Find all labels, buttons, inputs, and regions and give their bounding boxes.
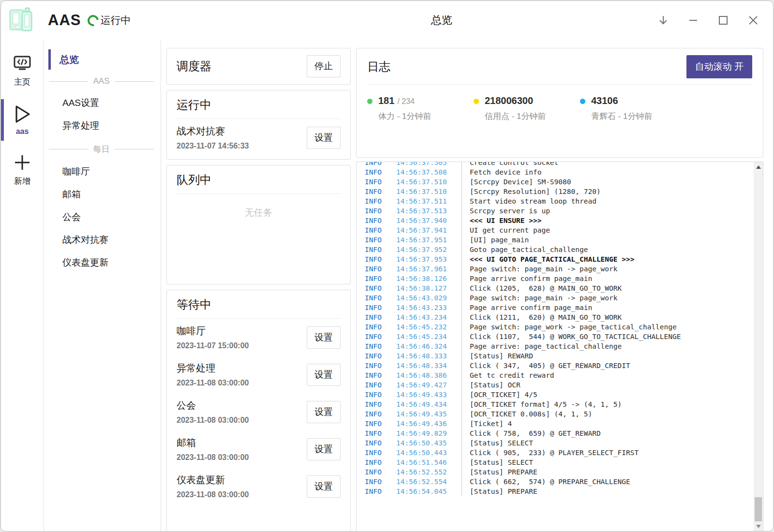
sidebar-item-overview[interactable]: 总览 <box>48 49 161 70</box>
log-level: INFO <box>365 477 396 487</box>
waiting-task-row: 仪表盘更新 2023-11-08 03:00:00 设置 <box>167 468 350 505</box>
log-message: Fetch device info <box>461 167 541 177</box>
close-button[interactable] <box>747 14 759 27</box>
minimize-to-tray-button[interactable] <box>657 14 670 27</box>
log-line: INFO 14:56:38.127 Click (1205, 628) @ MA… <box>365 283 763 293</box>
rail-label: 新增 <box>14 176 30 187</box>
rail-item-aas[interactable]: aas <box>1 101 44 139</box>
log-timestamp: 14:56:37.505 <box>396 162 461 167</box>
log-scrollbar[interactable] <box>754 162 763 532</box>
log-line: INFO 14:56:48.334 Click ( 347, 405) @ GE… <box>365 361 763 370</box>
log-timestamp: 14:56:49.433 <box>396 390 461 399</box>
log-console[interactable]: INFO 14:56:37.505 Create control socket … <box>356 162 763 532</box>
minimize-button[interactable] <box>687 14 700 27</box>
settings-button[interactable]: 设置 <box>307 127 341 149</box>
page-title: 总览 <box>431 13 452 28</box>
log-line: INFO 14:56:54.045 [Status] PREPARE <box>365 487 763 496</box>
scroll-up-icon[interactable] <box>754 163 763 171</box>
log-line: INFO 14:56:49.435 [OCR_TICKET 0.008s] (4… <box>365 409 763 419</box>
log-message: <<< UI GOTO PAGE_TACTICAL_CHALLENGE >>> <box>461 254 634 264</box>
settings-button[interactable]: 设置 <box>307 326 341 349</box>
settings-button[interactable]: 设置 <box>307 401 341 423</box>
rail-item-home[interactable]: 主页 <box>1 50 44 90</box>
sidebar-item-mail[interactable]: 邮箱 <box>44 183 161 206</box>
log-level: INFO <box>365 448 396 458</box>
log-level: INFO <box>365 399 396 409</box>
log-line: INFO 14:56:38.126 Page arrive confirm pa… <box>365 274 763 283</box>
sidebar: 总览 AAS AAS设置 异常处理 每日 咖啡厅 邮箱 公会 战术对抗赛 仪表盘… <box>44 40 161 532</box>
log-line: INFO 14:56:50.443 Click ( 905, 233) @ PL… <box>365 448 763 458</box>
log-line: INFO 14:56:43.233 Page arrive confirm pa… <box>365 303 763 312</box>
sidebar-item-aas-settings[interactable]: AAS设置 <box>44 92 161 114</box>
log-timestamp: 14:56:37.510 <box>396 177 461 187</box>
settings-button[interactable]: 设置 <box>307 438 341 460</box>
play-icon <box>13 104 32 124</box>
minimize-icon <box>688 15 699 26</box>
rail-label: aas <box>16 127 29 136</box>
log-title: 日志 <box>367 59 390 74</box>
log-message: Click ( 662, 574) @ PREPARE_CHALLENGE <box>461 477 630 487</box>
waiting-task-time: 2023-11-07 15:00:00 <box>177 341 249 350</box>
log-line: INFO 14:56:51.546 [Status] SELECT <box>365 458 763 467</box>
waiting-task-name: 仪表盘更新 <box>177 473 249 487</box>
log-message: [OCR_TICKET 0.008s] (4, 1, 5) <box>461 409 592 419</box>
log-message: [Status] OCR <box>461 380 521 390</box>
sidebar-item-guild[interactable]: 公会 <box>44 206 161 228</box>
log-timestamp: 14:56:54.045 <box>396 487 461 496</box>
sidebar-item-dashboard[interactable]: 仪表盘更新 <box>44 251 161 274</box>
maximize-button[interactable] <box>717 14 729 27</box>
scroll-down-icon[interactable] <box>754 522 763 531</box>
run-status-label: 运行中 <box>100 14 131 27</box>
main-content: 调度器 停止 运行中 战术对抗赛 2023-11-07 14:56:33 <box>161 40 773 532</box>
stop-button[interactable]: 停止 <box>307 55 341 77</box>
log-line: INFO 14:56:48.386 Get tc credit reward <box>365 370 763 380</box>
sidebar-item-tactical[interactable]: 战术对抗赛 <box>44 229 161 251</box>
log-line: INFO 14:56:45.234 Click (1107, 544) @ WO… <box>365 332 763 341</box>
log-message: Click (1205, 628) @ MAIN_GO_TO_WORK <box>461 283 622 293</box>
log-level: INFO <box>365 216 396 225</box>
log-level: INFO <box>365 225 396 235</box>
log-level: INFO <box>365 419 396 429</box>
sidebar-item-exception[interactable]: 异常处理 <box>44 115 161 137</box>
log-line: INFO 14:56:52.552 [Status] PREPARE <box>365 467 763 477</box>
stat-label: 青辉石 - 1分钟前 <box>591 111 653 122</box>
log-message: [Scrcpy Device] SM-S9080 <box>461 177 571 187</box>
log-message: Page switch: page_main -> page_work <box>461 293 618 303</box>
log-message: [OCR_TICKET format] 4/5 -> (4, 1, 5) <box>461 399 622 409</box>
waiting-task-time: 2023-11-08 03:00:00 <box>177 453 249 462</box>
log-level: INFO <box>365 293 396 303</box>
running-task-name: 战术对抗赛 <box>177 125 249 138</box>
running-spinner-icon <box>86 13 101 28</box>
log-message: Goto page_tactical_challenge <box>461 245 588 254</box>
running-card: 运行中 战术对抗赛 2023-11-07 14:56:33 设置 <box>166 90 351 160</box>
log-message: Page arrive confirm page_main <box>461 274 592 283</box>
waiting-task-name: 咖啡厅 <box>177 325 249 338</box>
log-timestamp: 14:56:37.952 <box>396 245 461 254</box>
log-line: INFO 14:56:37.510 [Scrcpy Resolution] (1… <box>365 187 763 196</box>
rail-item-add[interactable]: 新增 <box>1 149 44 190</box>
log-message: UI get current page <box>461 225 550 235</box>
sidebar-item-cafe[interactable]: 咖啡厅 <box>44 161 161 183</box>
log-message: [Ticket] 4 <box>461 419 512 429</box>
settings-button[interactable]: 设置 <box>307 475 341 498</box>
log-message: [Status] SELECT <box>461 438 533 448</box>
waiting-task-time: 2023-11-08 03:00:00 <box>177 490 249 499</box>
log-message: Click (1107, 544) @ WORK_GO_TO_TACTICAL_… <box>461 332 681 341</box>
log-level: INFO <box>365 409 396 419</box>
autoscroll-toggle-button[interactable]: 自动滚动 开 <box>686 55 752 78</box>
log-level: INFO <box>365 370 396 380</box>
log-message: [Status] SELECT <box>461 458 533 467</box>
log-message: Page arrive: page_tactical_challenge <box>461 341 622 351</box>
log-line: INFO 14:56:46.324 Page arrive: page_tact… <box>365 341 763 351</box>
yellow-dot-icon <box>474 99 479 104</box>
log-line: INFO 14:56:49.829 Click ( 758, 659) @ GE… <box>365 429 763 438</box>
log-timestamp: 14:56:37.953 <box>396 254 461 264</box>
code-monitor-icon <box>13 53 31 74</box>
log-level: INFO <box>365 264 396 274</box>
log-message: [UI] page_main <box>461 235 529 245</box>
log-line: INFO 14:56:37.510 [Scrcpy Device] SM-S90… <box>365 177 763 187</box>
log-level: INFO <box>365 438 396 448</box>
settings-button[interactable]: 设置 <box>307 364 341 386</box>
scrollbar-thumb[interactable] <box>755 497 762 521</box>
log-timestamp: 14:56:46.324 <box>396 341 461 351</box>
